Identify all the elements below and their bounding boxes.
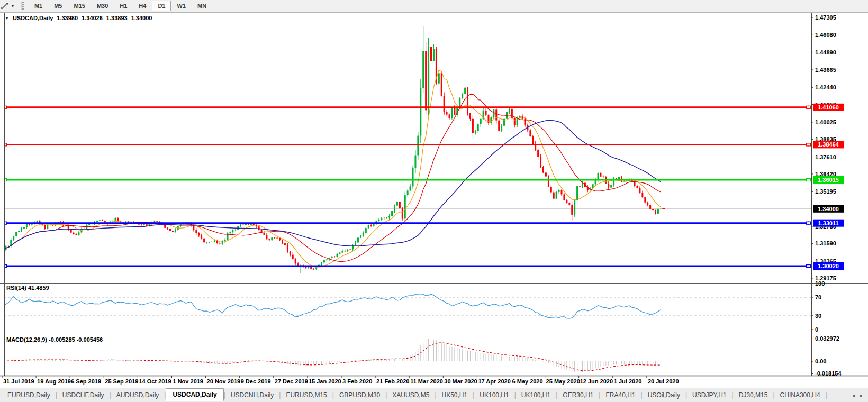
- candle-body: [156, 221, 158, 222]
- date-tick-label: 20 Nov 2019: [207, 378, 241, 385]
- candle-body: [558, 190, 560, 191]
- candle-body: [219, 243, 221, 243]
- candle-body: [378, 220, 379, 221]
- candle-body: [459, 98, 460, 107]
- candle-body: [308, 267, 309, 268]
- candle-body: [394, 206, 395, 211]
- candle-body: [422, 51, 424, 88]
- tab-divider: |: [826, 391, 827, 399]
- chart-tab-eurusd-daily[interactable]: EURUSD,Daily: [2, 389, 56, 401]
- candle-body: [386, 217, 387, 218]
- candle-body: [341, 251, 343, 252]
- timeframe-button-m15[interactable]: M15: [68, 1, 91, 11]
- chart-tab-china300-h4[interactable]: CHINA300,H4: [775, 389, 826, 401]
- candle-body: [214, 241, 215, 242]
- chart-tab-audusd-daily[interactable]: AUDUSD,Daily: [111, 389, 165, 401]
- candle-body: [399, 202, 401, 208]
- timeframe-button-m5[interactable]: M5: [48, 1, 68, 11]
- macd-tick-label: -0.018154: [815, 370, 842, 377]
- candle-body: [264, 233, 265, 235]
- candle-body: [360, 236, 361, 238]
- date-tick-label: 30 Mar 2020: [444, 378, 477, 385]
- level-label-resistance-lower-text: 1.38464: [818, 141, 839, 148]
- candle-body: [76, 234, 77, 235]
- candle-body: [73, 233, 75, 234]
- timeframe-button-h4[interactable]: H4: [133, 1, 152, 11]
- candle-body: [477, 124, 479, 131]
- candle-body: [295, 259, 296, 264]
- candle-body: [498, 121, 500, 131]
- chart-tab-usdjpy-h1[interactable]: USDJPY,H1: [687, 389, 731, 401]
- candle-body: [284, 243, 286, 245]
- candle-body: [495, 109, 497, 120]
- candle-body: [143, 224, 145, 225]
- date-tick-label: 3 Feb 2020: [342, 378, 372, 385]
- candle-body: [545, 172, 547, 176]
- chart-tab-usdcnh-daily[interactable]: USDCNH,Daily: [225, 389, 279, 401]
- candle-body: [540, 157, 541, 167]
- candle-body: [652, 209, 654, 210]
- scroll-tabs-left-icon[interactable]: ◂: [852, 392, 855, 398]
- cursor-tool-button[interactable]: [0, 0, 9, 12]
- timeframe-button-mn[interactable]: MN: [192, 1, 212, 11]
- candle-body: [636, 186, 638, 188]
- chart-tab-xauusd-m5[interactable]: XAUUSD,M5: [387, 389, 435, 401]
- axis-anchor-pivot-green: [808, 178, 811, 181]
- chart-tab-uk100-h1[interactable]: UK100,H1: [516, 389, 556, 401]
- candle-body: [321, 262, 322, 264]
- scroll-tabs-right-icon[interactable]: ▸: [860, 392, 863, 398]
- candle-body: [169, 229, 171, 231]
- chart-window[interactable]: 1.473051.460801.448901.436651.424401.412…: [0, 12, 868, 388]
- candle-body: [141, 225, 142, 225]
- candle-body: [388, 216, 390, 217]
- candle-body: [441, 73, 442, 96]
- price-tick-label: 1.35195: [815, 188, 836, 195]
- timeframe-button-m1[interactable]: M1: [29, 1, 48, 11]
- candle-body: [211, 242, 213, 242]
- candle-body: [240, 225, 241, 226]
- candle-body: [7, 246, 9, 246]
- candle-body: [365, 228, 367, 233]
- chart-tab-fra40-h1[interactable]: FRA40,H1: [600, 389, 640, 401]
- date-tick-label: 1 Jul 2020: [614, 378, 642, 385]
- candle-body: [21, 229, 22, 231]
- candle-body: [287, 245, 288, 251]
- candle-body: [352, 245, 354, 249]
- timeframe-button-h1[interactable]: H1: [114, 1, 133, 11]
- candle-body: [511, 109, 513, 118]
- candle-body: [201, 235, 202, 238]
- candle-body: [52, 225, 53, 225]
- chart-tab-usdcad-daily[interactable]: USDCAD,Daily: [166, 388, 223, 401]
- candle-body: [363, 233, 364, 235]
- candle-body: [313, 269, 314, 269]
- chart-canvas[interactable]: 1.473051.460801.448901.436651.424401.412…: [0, 12, 868, 388]
- quote-high: 1.34026: [82, 15, 103, 21]
- candle-body: [195, 230, 197, 233]
- level-label-pivot-green-text: 1.36015: [818, 177, 839, 183]
- chart-tab-uk100-h1[interactable]: UK100,H1: [474, 389, 514, 401]
- timeframe-button-m30[interactable]: M30: [91, 1, 114, 11]
- timeframe-button-w1[interactable]: W1: [171, 1, 192, 11]
- chart-tab-gbpusd-m30[interactable]: GBPUSD,M30: [334, 389, 385, 401]
- chart-tab-dj30-m15[interactable]: DJ30,M15: [734, 389, 773, 401]
- chart-tab-hk50-h1[interactable]: HK50,H1: [437, 389, 473, 401]
- toolbar-drag-grip[interactable]: [21, 2, 24, 10]
- chart-tab-usdchf-daily[interactable]: USDCHF,Daily: [57, 389, 110, 401]
- timeframe-button-d1[interactable]: D1: [152, 1, 171, 11]
- candle-body: [561, 190, 563, 194]
- candle-body: [467, 88, 468, 113]
- date-tick-label: 20 Jul 2020: [648, 378, 679, 385]
- candle-body: [290, 252, 291, 255]
- chart-tab-usoil-daily[interactable]: USOil,Daily: [643, 389, 685, 401]
- chart-tab-eurusd-m15[interactable]: EURUSD,M15: [281, 389, 332, 401]
- candle-body: [579, 186, 581, 186]
- candle-body: [556, 192, 557, 199]
- chart-title-bar: ▼ USDCAD,Daily 1.33980 1.34026 1.33893 1…: [5, 15, 152, 21]
- candle-body: [37, 221, 38, 223]
- cursor-tool-caret[interactable]: ▼: [9, 4, 18, 8]
- collapse-chart-icon[interactable]: ▼: [5, 16, 9, 21]
- candle-body: [229, 232, 231, 233]
- date-tick-label: 15 Jan 2020: [309, 378, 341, 385]
- chart-tab-ger30-h1[interactable]: GER30,H1: [557, 389, 599, 401]
- candle-body: [428, 47, 429, 110]
